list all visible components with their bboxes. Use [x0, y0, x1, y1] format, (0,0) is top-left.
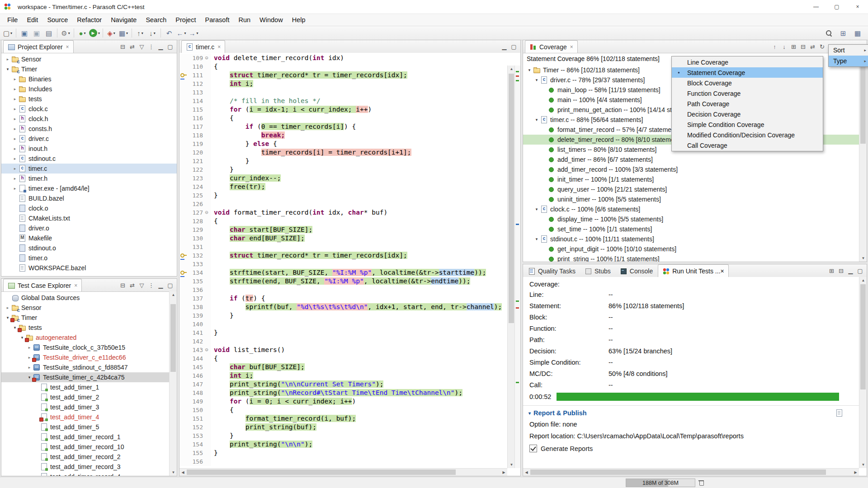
code-text[interactable] [211, 88, 214, 97]
coverage-item-clock-c-100-6-6-statements[interactable]: ▾cclock.c -- 100% [6/6 statements] [523, 204, 867, 214]
maximize-button[interactable]: ▢ [826, 0, 847, 14]
code-line-141[interactable]: 141} [179, 328, 507, 337]
forward-button[interactable]: →▾ [188, 28, 199, 38]
test-item-test-add-timer-4[interactable]: test_add_timer_4 [1, 412, 177, 422]
code-text[interactable] [211, 286, 214, 294]
close-icon[interactable]: × [570, 44, 573, 50]
test-item-sensor[interactable]: ▸CSensor [1, 303, 177, 313]
minimize-button[interactable]: ▁ [156, 42, 165, 51]
tab-coverage[interactable]: Coverage × [525, 40, 578, 53]
code-text[interactable]: timer_records[i] = timer_records[i+1]; [211, 148, 411, 157]
code-text[interactable]: void delete_timer_record(int idx) [211, 54, 344, 62]
code-line-144[interactable]: 144{ [179, 354, 507, 363]
code-line-155[interactable]: 155} [179, 449, 507, 457]
scroll-down-icon[interactable]: ▼ [859, 255, 867, 262]
project-item-timer[interactable]: ▾CTimer [1, 64, 177, 74]
garbage-collect-icon[interactable] [698, 479, 704, 486]
code-text[interactable]: } else { [211, 140, 277, 148]
editor-horizontal-scrollbar[interactable]: ◀ ▶ [179, 468, 507, 476]
build-all-button[interactable]: ⚙▾ [60, 28, 71, 38]
scroll-right-icon[interactable]: ▶ [500, 469, 507, 476]
code-line-109[interactable]: 109⊖void delete_timer_record(int idx) [179, 54, 507, 62]
close-button[interactable]: × [847, 0, 868, 14]
project-item-workspace-bazel[interactable]: WORKSPACE.bazel [1, 263, 177, 273]
code-line-129[interactable]: 129 char start[BUF_SIZE]; [179, 225, 507, 234]
menu-help[interactable]: Help [288, 16, 310, 23]
close-icon[interactable]: × [217, 44, 221, 50]
code-line-138[interactable]: 138 sprintf(buf, "%d\t%s\t%s\t%d\n", idx… [179, 303, 507, 311]
test-item-testsuite-clock-c-37b50e15[interactable]: ▸TestSuite_clock_c_37b50e15 [1, 343, 177, 352]
previous-button[interactable]: ↑ [770, 42, 779, 51]
coverage-item-stdinout-c-100-11-11-statements[interactable]: ▾cstdinout.c -- 100% [11/11 statements] [523, 234, 867, 244]
code-text[interactable]: char buf[BUF_SIZE]; [211, 363, 305, 371]
test-item-test-add-timer-record-1[interactable]: test_add_timer_record_1 [1, 432, 177, 442]
minimize-button[interactable]: ▁ [846, 266, 855, 275]
run-button[interactable]: ▶▾ [89, 28, 100, 38]
test-item-testsuite-driver-c-e11dec66[interactable]: ▸TestSuite_driver_c_e11dec66 [1, 352, 177, 362]
scrollbar-thumb[interactable] [187, 469, 456, 475]
test-item-test-add-timer-record-2[interactable]: test_add_timer_record_2 [1, 452, 177, 462]
code-line-145[interactable]: 145 char buf[BUF_SIZE]; [179, 363, 507, 371]
code-text[interactable]: free(tr); [211, 183, 265, 191]
code-line-116[interactable]: 116 { [179, 114, 507, 122]
project-item-timer-exe-amd64-le[interactable]: ▸timer.exe - [amd64/le] [1, 183, 177, 193]
view-menu-sort[interactable]: Sort▸ [829, 45, 868, 56]
link-with-editor-button[interactable]: ⇄ [127, 281, 137, 290]
overview-annotation[interactable] [516, 382, 519, 383]
code-text[interactable]: } [211, 165, 234, 174]
overview-annotation[interactable] [516, 307, 519, 309]
code-line-113[interactable]: 113 [179, 88, 507, 97]
code-text[interactable]: } [211, 311, 234, 320]
overview-annotation[interactable] [516, 300, 519, 302]
code-text[interactable]: sprintf(buf, "%d\t%s\t%s\t%d\n", idx+1, … [211, 303, 502, 311]
code-line-152[interactable]: 152 print_string(buf); [179, 423, 507, 432]
code-line-143[interactable]: 143⊖void list_timers() [179, 346, 507, 354]
code-text[interactable] [211, 260, 214, 268]
filter-button[interactable]: ▽ [137, 281, 146, 290]
code-text[interactable]: void format_timer_record(int idx, char* … [211, 208, 387, 217]
code-line-123[interactable]: 123 curr_index--; [179, 174, 507, 183]
menu-search[interactable]: Search [141, 16, 171, 23]
code-text[interactable] [211, 200, 214, 208]
code-text[interactable]: char start[BUF_SIZE]; [211, 225, 312, 234]
code-line-149[interactable]: 149 for (i = 0; i < curr_index; i++) [179, 397, 507, 406]
project-item-timer-c[interactable]: ▸ctimer.c [1, 164, 177, 174]
code-line-132[interactable]: 132 struct timer_record* tr = timer_reco… [179, 251, 507, 260]
code-line-124[interactable]: 124 free(tr); [179, 183, 507, 191]
code-text[interactable]: struct timer_record* tr = timer_records[… [211, 251, 407, 260]
scroll-left-icon[interactable]: ◀ [179, 469, 186, 476]
coverage-type-simple-condition-coverage[interactable]: Simple Condition Coverage [672, 119, 823, 130]
menu-source[interactable]: Source [42, 16, 72, 23]
code-text[interactable]: if (tr) { [211, 294, 265, 303]
scrollbar-thumb[interactable] [860, 60, 866, 144]
editor-vertical-scrollbar[interactable]: ▲ ▼ [507, 66, 515, 468]
test-item-tests[interactable]: ▾tests [1, 323, 177, 333]
project-item-sensor[interactable]: ▸CSensor [1, 54, 177, 64]
project-item-stdinout-c[interactable]: ▸cstdinout.c [1, 154, 177, 164]
code-text[interactable]: print_string("\nRecord#\tStart Time\tEnd… [211, 389, 462, 397]
code-line-131[interactable]: 131 [179, 243, 507, 251]
project-item-cmakelists-txt[interactable]: CMakeLists.txt [1, 213, 177, 223]
minimize-button[interactable]: ▁ [156, 281, 165, 290]
code-text[interactable]: for (i = idx-1; i < curr_index; i++) [211, 105, 372, 114]
code-line-126[interactable]: 126 [179, 200, 507, 208]
project-item-clock-h[interactable]: ▸hclock.h [1, 114, 177, 124]
maximize-button[interactable]: ▢ [855, 266, 865, 275]
fold-collapse-icon[interactable]: ⊖ [203, 54, 210, 62]
menu-run[interactable]: Run [234, 16, 255, 23]
test-item-test-add-timer-3[interactable]: test_add_timer_3 [1, 402, 177, 412]
code-line-128[interactable]: 128{ [179, 217, 507, 225]
project-item-driver-c[interactable]: ▸cdriver.c [1, 134, 177, 144]
search-button[interactable] [823, 28, 835, 38]
code-line-137[interactable]: 137 if (tr) { [179, 294, 507, 303]
code-line-111[interactable]: 111 struct timer_record* tr = timer_reco… [179, 71, 507, 80]
code-line-134[interactable]: 134 strftime(start, BUF_SIZE, "%I:%M %p"… [179, 268, 507, 277]
fold-collapse-icon[interactable]: ⊖ [203, 208, 210, 217]
coverage-type-function-coverage[interactable]: Function Coverage [672, 88, 823, 99]
collapse-all-button[interactable]: ⊟ [118, 281, 127, 290]
code-text[interactable] [211, 457, 214, 466]
test-using-button[interactable]: ◈▾ [105, 28, 117, 38]
test-item-timer[interactable]: ▾CTimer [1, 313, 177, 323]
code-line-135[interactable]: 135 strftime(end, BUF_SIZE, "%I:%M %p", … [179, 277, 507, 286]
code-line-121[interactable]: 121 } [179, 157, 507, 165]
